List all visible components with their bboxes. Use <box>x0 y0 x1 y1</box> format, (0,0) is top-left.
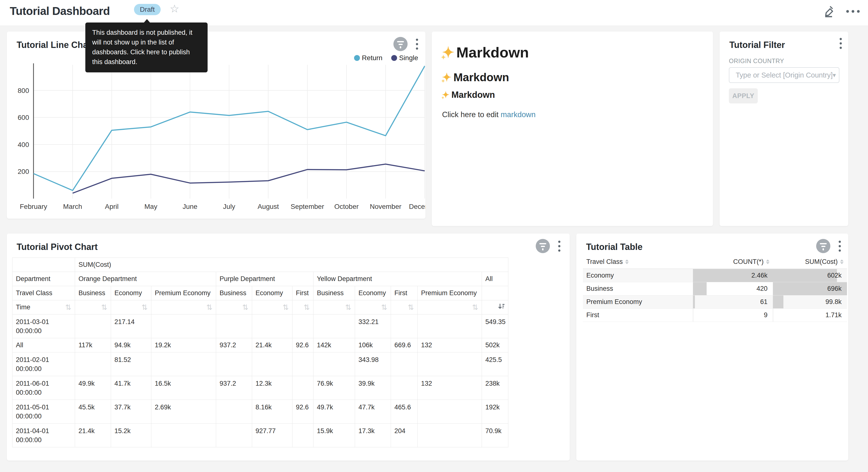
value-bar <box>693 295 695 308</box>
pivot-group-header: Purple Department <box>216 272 313 286</box>
column-header-sum-cost-[interactable]: SUM(Cost) <box>773 255 847 269</box>
x-axis-tick: June <box>183 203 197 210</box>
more-options-icon[interactable] <box>846 4 860 19</box>
table-title: Tutorial Table <box>586 242 643 252</box>
pivot-row-label: 2011-05-0100:00:00 <box>12 400 75 423</box>
apply-button[interactable]: APPLY <box>729 88 758 104</box>
pivot-row: 2011-05-0100:00:0045.5k37.7k2.69k8.16k92… <box>12 400 508 423</box>
column-label: SUM(Cost) <box>805 258 838 266</box>
legend-label: Single <box>399 54 418 62</box>
pivot-sort-cell: ⇅ <box>355 300 391 315</box>
value-bar <box>693 308 693 322</box>
pivot-value-cell <box>151 352 216 376</box>
pivot-value-cell: 106k <box>355 338 391 352</box>
favorite-star-icon[interactable]: ☆ <box>170 2 179 15</box>
pivot-value-cell: 217.14 <box>111 315 151 338</box>
pivot-value-cell <box>292 315 313 338</box>
sort-icon[interactable]: ⇅ <box>206 303 213 312</box>
table-grid: Travel ClassCOUNT(*)SUM(Cost)Economy2.46… <box>583 255 847 322</box>
pivot-value-cell: 937.2 <box>216 338 252 352</box>
origin-country-label: ORIGIN COUNTRY <box>729 57 784 65</box>
legend-item-single[interactable]: Single <box>391 54 418 62</box>
column-label: Travel Class <box>586 258 623 266</box>
pivot-value-cell <box>151 423 216 447</box>
origin-country-select[interactable]: Type or Select [Origin Country] ▾ <box>729 67 839 83</box>
cross-filter-icon[interactable] <box>394 37 408 51</box>
column-header-count-[interactable]: COUNT(*) <box>693 255 773 269</box>
cross-filter-icon[interactable] <box>536 239 550 253</box>
pivot-value-cell: 132 <box>417 376 482 400</box>
chart-menu-icon[interactable] <box>415 38 419 51</box>
edit-markdown-link[interactable]: markdown <box>501 110 536 119</box>
column-header-travel-class[interactable]: Travel Class <box>583 255 693 269</box>
pivot-value-cell <box>75 352 111 376</box>
pivot-value-cell <box>252 352 292 376</box>
sort-icon[interactable]: ⇅ <box>65 303 71 312</box>
pivot-value-cell <box>75 315 111 338</box>
line-chart-title: Tutorial Line Chart <box>17 40 94 50</box>
cell-count: 61 <box>693 295 773 308</box>
pivot-value-cell <box>313 352 355 376</box>
legend-dot <box>391 55 397 61</box>
pivot-value-cell: 343.98 <box>355 352 391 376</box>
sorter-icon[interactable] <box>840 260 843 264</box>
status-badge[interactable]: Draft <box>134 4 161 15</box>
x-axis-tick: July <box>223 203 235 210</box>
pivot-sort-cell: ⇅ <box>417 300 482 315</box>
pivot-sort-cell: ⇅ <box>292 300 313 315</box>
filter-menu-icon[interactable] <box>839 37 843 50</box>
pivot-sort-cell: ⇅ <box>313 300 355 315</box>
sort-icon[interactable]: ⇅ <box>283 303 289 312</box>
chart-menu-icon[interactable] <box>838 240 842 253</box>
edit-dashboard-icon[interactable] <box>822 3 835 19</box>
pivot-dim-department: Department <box>12 272 75 286</box>
pivot-value-cell <box>417 352 482 376</box>
sort-icon[interactable]: ⇅ <box>381 303 387 312</box>
pivot-value-cell <box>391 376 417 400</box>
pivot-table: SUM(Cost)DepartmentOrange DepartmentPurp… <box>12 258 508 447</box>
sort-icon[interactable]: ⇅ <box>242 303 248 312</box>
sort-icon[interactable]: ⇅ <box>101 303 107 312</box>
pivot-group-header: Yellow Department <box>313 272 482 286</box>
sort-icon[interactable]: ⇅ <box>142 303 148 312</box>
pivot-value-cell <box>292 376 313 400</box>
pivot-value-cell: 47.7k <box>355 400 391 423</box>
pivot-corner-cell <box>12 258 75 272</box>
cell-sum: 1.71k <box>773 308 847 322</box>
pivot-value-cell: 425.5 <box>482 352 508 376</box>
cross-filter-icon[interactable] <box>816 239 830 253</box>
sort-icon[interactable]: ⇅ <box>345 303 351 312</box>
time-label: Time <box>16 303 30 311</box>
markdown-paragraph: Click here to edit markdown <box>442 110 536 119</box>
table-row: Business420696k <box>583 282 847 295</box>
pivot-value-cell: 49.9k <box>75 376 111 400</box>
sort-desc-active-icon[interactable] <box>498 303 505 312</box>
pivot-value-cell <box>252 315 292 338</box>
pivot-row: 2011-02-0100:00:0081.52343.98425.5 <box>12 352 508 376</box>
pivot-measure-header: SUM(Cost) <box>75 258 508 272</box>
pivot-value-cell: 94.9k <box>111 338 151 352</box>
x-axis-tick: October <box>334 203 359 210</box>
legend-item-return[interactable]: Return <box>354 54 382 62</box>
legend-dot <box>354 55 360 61</box>
pivot-class-header: Premium Economy <box>417 286 482 300</box>
pivot-value-cell: 192k <box>482 400 508 423</box>
x-axis-tick: May <box>145 203 157 210</box>
sorter-icon[interactable] <box>625 260 629 264</box>
pivot-value-cell <box>216 423 252 447</box>
pivot-value-cell: 19.2k <box>151 338 216 352</box>
chart-menu-icon[interactable] <box>557 240 561 253</box>
column-label: COUNT(*) <box>733 258 764 266</box>
markdown-h1: ✦Markdown <box>442 44 529 61</box>
line-chart-plot: 200400600800FebruaryMarchAprilMayJuneJul… <box>7 63 426 212</box>
sorter-icon[interactable] <box>766 260 770 264</box>
sort-icon[interactable]: ⇅ <box>408 303 414 312</box>
pivot-value-cell: 8.16k <box>252 400 292 423</box>
pivot-sort-cell: ⇅ <box>75 300 111 315</box>
pivot-value-cell: 76.9k <box>313 376 355 400</box>
pivot-value-cell: 39.9k <box>355 376 391 400</box>
sort-icon[interactable]: ⇅ <box>304 303 310 312</box>
x-axis-tick: September <box>291 203 324 210</box>
sort-icon[interactable]: ⇅ <box>472 303 478 312</box>
pivot-row: 2011-03-0100:00:00217.14332.21549.35 <box>12 315 508 338</box>
